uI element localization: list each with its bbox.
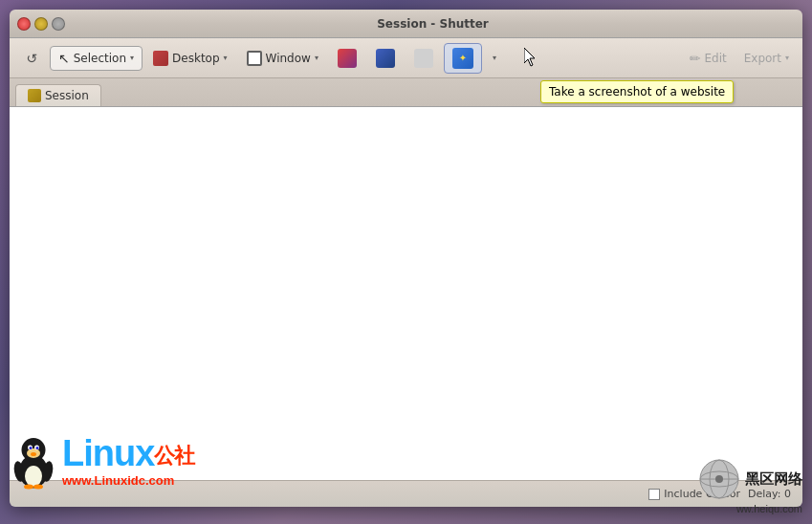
plugin-button[interactable] (444, 43, 482, 74)
tools-icon (376, 49, 395, 68)
desktop-label: Desktop (172, 52, 220, 65)
main-content (10, 107, 802, 480)
desktop-button[interactable]: Desktop ▾ (144, 46, 236, 71)
session-tab-icon (28, 89, 41, 102)
session-tab-label: Session (45, 89, 89, 102)
export-label: Export (744, 52, 781, 65)
close-button[interactable] (17, 17, 31, 31)
edit-icon: ✏ (690, 51, 701, 66)
selection-button[interactable]: ↖ Selection ▾ (50, 46, 143, 71)
desktop-dropdown-icon: ▾ (224, 54, 228, 62)
export-dropdown-icon: ▾ (785, 54, 789, 62)
include-cursor-checkbox[interactable] (648, 489, 660, 500)
minimize-button[interactable] (34, 17, 48, 31)
window-controls (17, 17, 65, 31)
tooltip-text: Take a screenshot of a website (549, 85, 725, 98)
title-bar: Session - Shutter (10, 10, 802, 38)
include-cursor-label: Include Cursor (664, 488, 740, 500)
app-window: Session - Shutter ↺ ↖ Selection ▾ Deskto… (10, 10, 802, 507)
selection-label: Selection (74, 52, 126, 65)
selection-dropdown-icon: ▾ (130, 54, 134, 62)
window-dropdown-icon: ▾ (315, 54, 318, 62)
window-button[interactable]: Window ▾ (238, 46, 327, 71)
tooltip: Take a screenshot of a website (540, 80, 734, 103)
export-button[interactable]: Export ▾ (736, 48, 797, 69)
delay-label: Delay: 0 (748, 488, 791, 500)
cursor-icon: ↖ (58, 51, 70, 66)
include-cursor-status: Include Cursor (648, 488, 740, 500)
session-tab[interactable]: Session (15, 84, 101, 106)
plugin-dropdown[interactable]: ▾ (484, 49, 505, 67)
toolbar-right: ✏ Edit Export ▾ (682, 47, 797, 70)
desktop-icon (153, 51, 168, 66)
edit-button[interactable]: ✏ Edit (682, 47, 735, 70)
refresh-icon: ↺ (24, 51, 39, 66)
plugin-dropdown-icon: ▾ (493, 54, 496, 62)
toolbar: ↺ ↖ Selection ▾ Desktop ▾ Window ▾ (10, 38, 802, 78)
tools-button[interactable] (367, 44, 404, 73)
chat-button[interactable] (406, 44, 442, 73)
delay-status: Delay: 0 (748, 488, 791, 500)
chat-icon (414, 49, 433, 68)
canvas-area (10, 107, 802, 480)
refresh-button[interactable]: ↺ (15, 46, 48, 71)
web-button[interactable] (329, 44, 365, 73)
window-label: Window (266, 52, 311, 65)
edit-label: Edit (704, 52, 726, 65)
window-title: Session - Shutter (71, 17, 795, 31)
plugin-icon (452, 48, 473, 69)
maximize-button[interactable] (52, 17, 65, 31)
web-icon (338, 49, 357, 68)
window-icon (247, 51, 262, 66)
status-bar: Include Cursor Delay: 0 (10, 480, 802, 507)
